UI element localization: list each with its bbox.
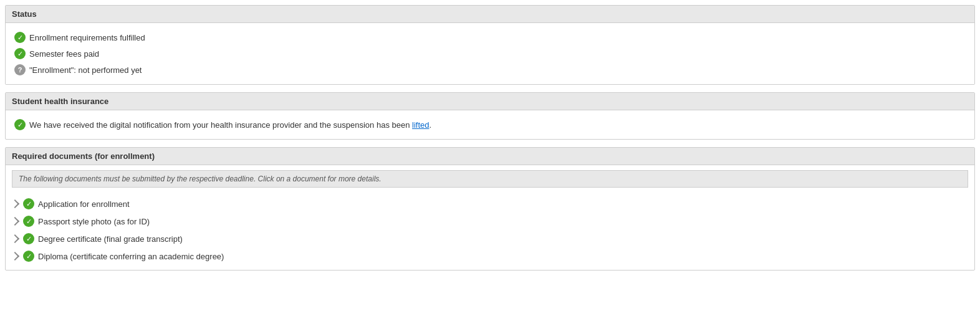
check-icon: ✓ bbox=[14, 119, 26, 130]
check-icon: ✓ bbox=[23, 233, 34, 244]
doc-degree-text: Degree certificate (final grade transcri… bbox=[38, 234, 183, 244]
check-icon: ✓ bbox=[14, 48, 26, 59]
status-item-fees: ✓ Semester fees paid bbox=[14, 46, 966, 62]
documents-list: ✓ Application for enrollment ✓ Passport … bbox=[6, 193, 974, 270]
chevron-right-icon bbox=[11, 252, 19, 261]
health-section: Student health insurance ✓ We have recei… bbox=[5, 92, 975, 140]
status-item-not-performed: ? "Enrollment": not performed yet bbox=[14, 62, 966, 78]
doc-application-text: Application for enrollment bbox=[38, 199, 130, 209]
doc-item-degree-cert[interactable]: ✓ Degree certificate (final grade transc… bbox=[12, 230, 968, 247]
status-section: Status ✓ Enrollment requirements fulfill… bbox=[5, 5, 975, 85]
check-icon: ✓ bbox=[14, 32, 26, 43]
health-status-item: ✓ We have received the digital notificat… bbox=[14, 117, 966, 133]
chevron-right-icon bbox=[11, 234, 19, 243]
health-message-end: . bbox=[430, 120, 432, 130]
question-icon: ? bbox=[14, 64, 26, 75]
chevron-right-icon bbox=[11, 217, 19, 226]
health-section-header: Student health insurance bbox=[6, 93, 974, 110]
check-icon: ✓ bbox=[23, 198, 34, 209]
documents-section-header: Required documents (for enrollment) bbox=[6, 148, 974, 165]
health-message-part1: We have received the digital notificatio… bbox=[29, 120, 412, 130]
health-section-body: ✓ We have received the digital notificat… bbox=[6, 110, 974, 139]
chevron-right-icon bbox=[11, 199, 19, 208]
status-section-body: ✓ Enrollment requirements fulfilled ✓ Se… bbox=[6, 23, 974, 84]
doc-item-diploma[interactable]: ✓ Diploma (certificate conferring an aca… bbox=[12, 247, 968, 265]
doc-item-application[interactable]: ✓ Application for enrollment bbox=[12, 195, 968, 213]
doc-item-passport-photo[interactable]: ✓ Passport style photo (as for ID) bbox=[12, 213, 968, 230]
documents-section: Required documents (for enrollment) The … bbox=[5, 147, 975, 271]
documents-notice: The following documents must be submitte… bbox=[12, 170, 968, 188]
page-wrapper: Status ✓ Enrollment requirements fulfill… bbox=[0, 0, 980, 275]
doc-passport-text: Passport style photo (as for ID) bbox=[38, 217, 150, 226]
status-section-header: Status bbox=[6, 6, 974, 23]
status-not-performed-text: "Enrollment": not performed yet bbox=[29, 65, 142, 75]
check-icon: ✓ bbox=[23, 216, 34, 227]
doc-diploma-text: Diploma (certificate conferring an acade… bbox=[38, 252, 224, 261]
status-enrollment-text: Enrollment requirements fulfilled bbox=[29, 33, 145, 42]
health-message-link[interactable]: lifted bbox=[412, 120, 429, 130]
status-item-enrollment: ✓ Enrollment requirements fulfilled bbox=[14, 29, 966, 46]
health-message: We have received the digital notificatio… bbox=[29, 120, 431, 130]
status-fees-text: Semester fees paid bbox=[29, 49, 99, 59]
check-icon: ✓ bbox=[23, 251, 34, 262]
